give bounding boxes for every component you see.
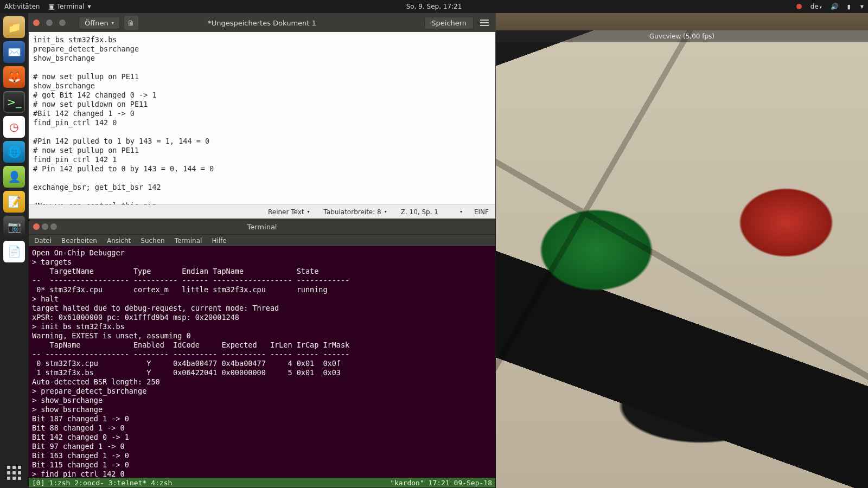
gedit-window: Öffnen ▾ 🗎 *Ungespeichertes Dokument 1 S… <box>28 13 496 219</box>
menu-edit[interactable]: Bearbeiten <box>61 237 97 245</box>
tab-width-label: Tabulatorbreite: 8 <box>324 208 381 216</box>
tmux-statusbar: [0] 1:zsh 2:oocd- 3:telnet* 4:zsh "kardo… <box>29 478 495 487</box>
cursor-position-label: Z. 10, Sp. 1 <box>401 208 438 216</box>
gedit-titlebar[interactable]: Öffnen ▾ 🗎 *Ungespeichertes Dokument 1 S… <box>29 14 495 32</box>
dock-notes[interactable]: 📝 <box>3 191 25 213</box>
show-applications[interactable] <box>3 462 25 484</box>
dock-text-editor[interactable]: 📄 <box>3 241 25 262</box>
window-maximize-icon[interactable] <box>59 20 66 26</box>
terminal-appmenu-icon: ▣ <box>48 3 54 10</box>
tmux-status-right: "kardon" 17:21 09-Sep-18 <box>390 479 492 487</box>
dock-app-diagram[interactable]: ◷ <box>3 116 25 138</box>
tab-width-selector[interactable]: Tabulatorbreite: 8▾ <box>322 207 389 217</box>
keyboard-layout-indicator[interactable]: de▾ <box>810 3 822 10</box>
new-document-button[interactable]: 🗎 <box>124 16 138 30</box>
terminal-window: Terminal Datei Bearbeiten Ansicht Suchen… <box>28 219 496 488</box>
insert-mode-indicator[interactable]: EINF <box>474 208 489 216</box>
keyboard-layout-label: de <box>810 3 819 10</box>
appmenu-label: Terminal <box>57 3 85 10</box>
terminal-menubar: Datei Bearbeiten Ansicht Suchen Terminal… <box>29 234 495 246</box>
hamburger-menu-icon[interactable] <box>478 17 491 28</box>
menu-search[interactable]: Suchen <box>141 237 164 245</box>
volume-icon[interactable]: 🔊 <box>831 3 839 10</box>
battery-icon[interactable]: ▮ <box>847 3 851 10</box>
open-button[interactable]: Öffnen ▾ <box>79 17 120 29</box>
window-close-icon[interactable] <box>33 223 40 230</box>
dock-files[interactable]: 📁 <box>3 16 25 38</box>
desktop-background <box>496 13 868 30</box>
tmux-status-left: [0] 1:zsh 2:oocd- 3:telnet* 4:zsh <box>32 479 172 487</box>
chevron-down-icon: ▼ <box>87 4 91 9</box>
dock-browser[interactable]: 🌐 <box>3 141 25 163</box>
guvcview-title: Guvcview (5,00 fps) <box>496 30 868 42</box>
chevron-down-icon: ▾ <box>112 21 114 25</box>
dock: 📁 ✉️ 🦊 >_ ◷ 🌐 👤 📝 📷 📄 <box>0 13 28 488</box>
terminal-titlebar[interactable]: Terminal <box>29 219 495 234</box>
clock[interactable]: So, 9. Sep, 17:21 <box>406 3 462 10</box>
screencast-indicator-icon[interactable] <box>796 4 802 9</box>
dock-firefox[interactable]: 🦊 <box>3 66 25 88</box>
system-menu-chevron-icon[interactable]: ▼ <box>860 4 864 9</box>
syntax-mode-label: Reiner Text <box>268 208 304 216</box>
editor-textarea[interactable]: init_bs stm32f3x.bs prepare_detect_bsrch… <box>29 32 495 204</box>
menu-help[interactable]: Hilfe <box>212 237 226 245</box>
guvcview-window[interactable]: Guvcview (5,00 fps) <box>496 30 868 488</box>
gedit-statusbar: Reiner Text▾ Tabulatorbreite: 8▾ Z. 10, … <box>29 204 495 219</box>
gedit-title: *Ungespeichertes Dokument 1 <box>208 19 316 27</box>
cursor-position[interactable]: Z. 10, Sp. 1 ▾ <box>399 207 464 217</box>
window-close-icon[interactable] <box>33 20 40 26</box>
appmenu[interactable]: ▣ Terminal ▼ <box>48 3 91 10</box>
syntax-mode-selector[interactable]: Reiner Text▾ <box>266 207 312 217</box>
activities-button[interactable]: Aktivitäten <box>4 3 40 10</box>
dock-terminal[interactable]: >_ <box>3 91 25 113</box>
camera-feed <box>496 30 868 488</box>
terminal-body[interactable]: Open On-Chip Debugger > targets TargetNa… <box>29 246 495 487</box>
window-minimize-icon[interactable] <box>42 223 48 230</box>
menu-terminal[interactable]: Terminal <box>175 237 202 245</box>
dock-user-app[interactable]: 👤 <box>3 166 25 188</box>
dock-thunderbird[interactable]: ✉️ <box>3 41 25 63</box>
window-minimize-icon[interactable] <box>46 20 53 26</box>
open-button-label: Öffnen <box>85 19 108 27</box>
dock-camera[interactable]: 📷 <box>3 216 25 237</box>
menu-view[interactable]: Ansicht <box>107 237 131 245</box>
save-button[interactable]: Speichern <box>424 17 474 29</box>
terminal-title: Terminal <box>247 223 277 231</box>
terminal-output: Open On-Chip Debugger > targets TargetNa… <box>32 248 349 487</box>
window-maximize-icon[interactable] <box>50 223 57 230</box>
menu-file[interactable]: Datei <box>34 237 52 245</box>
